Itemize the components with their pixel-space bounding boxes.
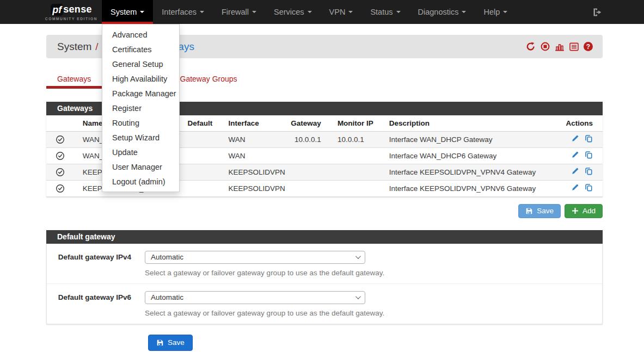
navbar-menu-label: Status bbox=[370, 8, 392, 16]
add-gateway-button[interactable]: Add bbox=[565, 204, 603, 218]
stop-icon[interactable] bbox=[541, 42, 550, 51]
navbar-menu-item[interactable]: Status bbox=[361, 0, 409, 24]
chevron-down-icon bbox=[396, 11, 401, 13]
navbar-menu-item[interactable]: Firewall bbox=[213, 0, 265, 24]
system-menu-item[interactable]: Update bbox=[102, 145, 179, 159]
breadcrumb-separator: / bbox=[95, 41, 98, 52]
chevron-down-icon bbox=[200, 11, 204, 13]
chevron-down-icon bbox=[348, 11, 353, 13]
column-header-status bbox=[46, 115, 75, 131]
default-gateway-form-row: Default gateway IPv4 Automatic Select a … bbox=[47, 244, 602, 284]
system-menu-item[interactable]: Register bbox=[102, 101, 179, 115]
tab[interactable]: Gateway Groups bbox=[169, 71, 248, 89]
gateway-interface-cell: KEEPSOLIDVPN bbox=[220, 180, 291, 196]
default-gateway-select[interactable]: Automatic bbox=[145, 251, 365, 264]
gateway-default-cell bbox=[180, 180, 220, 196]
tab-label: Gateways bbox=[57, 75, 91, 83]
chevron-down-icon bbox=[140, 11, 144, 13]
navbar-menu-item[interactable]: Interfaces bbox=[153, 0, 213, 24]
system-menu-item[interactable]: Package Manager bbox=[102, 86, 179, 101]
system-menu-item[interactable]: Advanced bbox=[102, 27, 179, 42]
gateway-interface-cell: WAN bbox=[220, 131, 291, 147]
navbar-menu-label: Diagnostics bbox=[418, 8, 459, 16]
tab[interactable]: Gateways bbox=[46, 71, 102, 89]
navbar-menu-item[interactable]: Services bbox=[265, 0, 321, 24]
navbar-menu-label: VPN bbox=[329, 8, 346, 16]
navbar-menu-label: Help bbox=[483, 8, 500, 16]
navbar-menu-item[interactable]: VPN bbox=[321, 0, 362, 24]
navbar-menu-label: Services bbox=[274, 8, 304, 16]
navbar-menu-label: Interfaces bbox=[162, 8, 197, 16]
chevron-down-icon bbox=[355, 294, 361, 299]
help-icon[interactable] bbox=[584, 42, 593, 51]
system-menu-item[interactable]: Logout (admin) bbox=[102, 174, 179, 189]
navbar-menu: System Interfaces Firewall Services VPN … bbox=[102, 0, 516, 24]
default-gateway-form-row: Default gateway IPv6 Automatic Select a … bbox=[47, 284, 602, 324]
field-help-text: Select a gateway or failover gateway gro… bbox=[145, 309, 384, 317]
pfsense-logo-subtitle: COMMUNITY EDITION bbox=[45, 17, 97, 21]
copy-gateway-icon[interactable] bbox=[585, 169, 593, 177]
gateway-monitor-ip-cell: 10.0.0.1 bbox=[329, 131, 381, 147]
pfsense-logo-sense: sense bbox=[63, 4, 92, 15]
gateway-address-cell bbox=[291, 147, 329, 164]
system-menu-item[interactable]: User Manager bbox=[102, 159, 179, 174]
gateway-default-cell bbox=[180, 147, 220, 164]
system-menu-item[interactable]: High Availability bbox=[102, 71, 179, 86]
gateway-monitor-ip-cell bbox=[329, 147, 381, 164]
select-value: Automatic bbox=[151, 253, 183, 261]
system-menu-item[interactable]: Certificates bbox=[102, 42, 179, 57]
chevron-down-icon bbox=[308, 11, 312, 13]
system-dropdown-menu: Advanced Certificates General Setup High… bbox=[102, 24, 180, 192]
logout-icon[interactable] bbox=[592, 0, 603, 24]
chevron-down-icon bbox=[355, 254, 361, 259]
edit-gateway-icon[interactable] bbox=[571, 169, 579, 177]
system-menu-item[interactable]: General Setup bbox=[102, 57, 179, 71]
graph-icon[interactable] bbox=[555, 42, 565, 51]
breadcrumb-item-system: System bbox=[57, 41, 91, 52]
gateway-enabled-check-icon bbox=[56, 168, 65, 177]
edit-gateway-icon[interactable] bbox=[571, 185, 579, 193]
pfsense-logo-pf: pf bbox=[51, 4, 63, 16]
tab-label: Gateway Groups bbox=[180, 75, 237, 83]
gateway-enabled-check-icon bbox=[56, 184, 65, 193]
save-floppy-icon bbox=[156, 339, 164, 347]
pfsense-logo[interactable]: pfsense COMMUNITY EDITION bbox=[46, 0, 96, 24]
copy-gateway-icon[interactable] bbox=[585, 152, 593, 160]
gateway-default-cell bbox=[180, 164, 220, 180]
column-header-actions: Actions bbox=[557, 115, 603, 131]
field-help-text: Select a gateway or failover gateway gro… bbox=[145, 269, 384, 277]
gateway-default-cell bbox=[180, 131, 220, 147]
top-navbar: pfsense COMMUNITY EDITION System Interfa… bbox=[0, 0, 644, 24]
default-gateway-panel-header: Default gateway bbox=[46, 230, 603, 244]
column-header-interface: Interface bbox=[220, 115, 291, 131]
navbar-menu-item[interactable]: Help bbox=[475, 0, 516, 24]
save-gateways-button[interactable]: Save bbox=[518, 204, 561, 218]
gateway-interface-cell: KEEPSOLIDVPN bbox=[220, 164, 291, 180]
gateway-address-cell bbox=[291, 180, 329, 196]
field-label: Default gateway IPv4 bbox=[47, 251, 131, 277]
gateway-interface-cell: WAN bbox=[220, 147, 291, 164]
plus-icon bbox=[572, 207, 579, 214]
gateway-monitor-ip-cell bbox=[329, 180, 381, 196]
system-menu-item[interactable]: Setup Wizard bbox=[102, 130, 179, 145]
default-gateway-select[interactable]: Automatic bbox=[145, 291, 365, 304]
gateway-description-cell: Interface WAN_DHCP Gateway bbox=[381, 131, 558, 147]
system-menu-item[interactable]: Routing bbox=[102, 115, 179, 130]
field-label: Default gateway IPv6 bbox=[47, 291, 131, 317]
edit-gateway-icon[interactable] bbox=[571, 152, 579, 160]
edit-gateway-icon[interactable] bbox=[571, 136, 579, 144]
copy-gateway-icon[interactable] bbox=[585, 136, 593, 144]
navbar-menu-item[interactable]: Diagnostics bbox=[409, 0, 475, 24]
navbar-menu-item[interactable]: System bbox=[102, 0, 153, 24]
chevron-down-icon bbox=[252, 11, 256, 13]
chevron-down-icon bbox=[462, 11, 466, 13]
log-icon[interactable] bbox=[569, 42, 579, 51]
gateway-address-cell: 10.0.0.1 bbox=[291, 131, 329, 147]
save-default-gateway-button[interactable]: Save bbox=[148, 335, 193, 351]
chevron-down-icon bbox=[503, 11, 507, 13]
copy-gateway-icon[interactable] bbox=[585, 185, 593, 193]
save-floppy-icon bbox=[525, 207, 533, 215]
gateway-description-cell: Interface KEEPSOLIDVPN_VPNV6 Gateway bbox=[381, 180, 558, 196]
refresh-icon[interactable] bbox=[526, 42, 536, 51]
navbar-menu-label: System bbox=[111, 8, 137, 16]
